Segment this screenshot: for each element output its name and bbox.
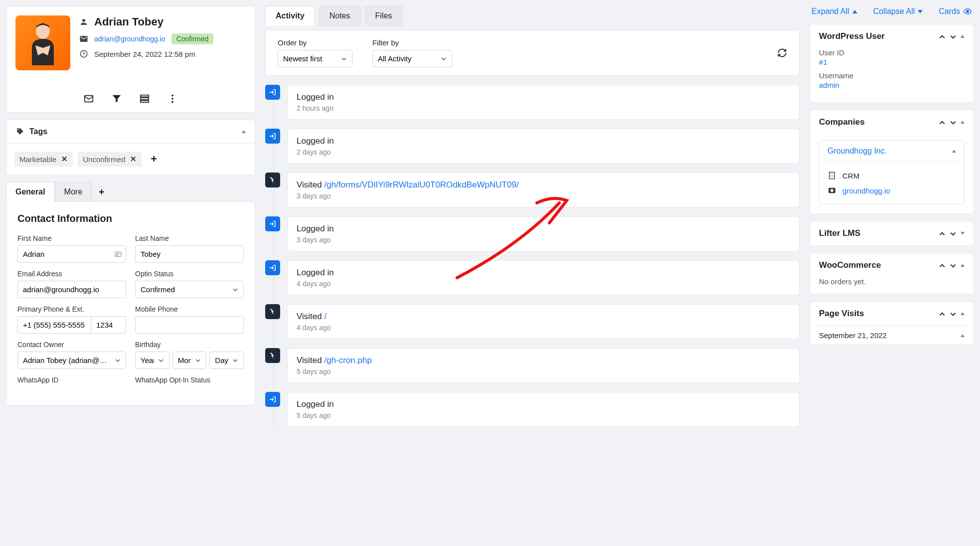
phone-ext-input[interactable] xyxy=(91,316,126,334)
collapse-toggle-icon[interactable] xyxy=(961,35,965,38)
optin-select[interactable]: Confirmed xyxy=(135,281,244,298)
chevron-down-icon[interactable] xyxy=(950,119,957,126)
whatsapp-optin-label: WhatsApp Opt-In Status xyxy=(135,376,244,384)
svg-rect-14 xyxy=(829,172,835,179)
svg-rect-4 xyxy=(141,98,149,100)
chevron-down-icon[interactable] xyxy=(950,230,957,237)
order-by-select[interactable]: Newest first xyxy=(278,50,352,67)
tag-chip: Unconfirmed ✕ xyxy=(78,152,142,167)
tags-header[interactable]: Tags xyxy=(6,120,255,144)
collapse-toggle-icon[interactable] xyxy=(961,232,965,235)
visited-link[interactable]: / xyxy=(324,312,327,321)
page-visits-panel-header[interactable]: Page Visits xyxy=(810,302,974,326)
lifter-title: Lifter LMS xyxy=(819,228,860,238)
username-link[interactable]: admin xyxy=(819,81,839,89)
timeline-item: Logged in4 days ago xyxy=(277,260,800,295)
mobile-input[interactable] xyxy=(135,316,244,334)
visited-link[interactable]: /gh-cron.php xyxy=(324,356,371,365)
last-name-label: Last Name xyxy=(135,234,244,242)
last-name-input[interactable] xyxy=(135,245,244,263)
envelope-icon[interactable] xyxy=(83,93,94,104)
collapse-toggle-icon[interactable] xyxy=(961,121,965,124)
visited-link[interactable]: /gh/forms/VDlIYi9rRWlzalU0T0ROdkdBeWpNUT… xyxy=(324,180,518,189)
tab-general[interactable]: General xyxy=(6,182,55,202)
tab-more[interactable]: More xyxy=(55,182,92,202)
login-icon xyxy=(265,129,280,144)
first-name-input[interactable] xyxy=(17,245,126,263)
timeline-title: Logged in xyxy=(297,399,790,409)
timeline-card: Visited /gh-cron.php5 days ago xyxy=(287,348,800,383)
list-icon[interactable] xyxy=(139,93,150,104)
lifter-panel-header[interactable]: Lifter LMS xyxy=(810,221,974,245)
tag-remove-icon[interactable]: ✕ xyxy=(130,155,137,164)
timeline-title: Logged in xyxy=(297,224,790,234)
optin-label: Optin Status xyxy=(135,270,244,278)
timeline-title: Logged in xyxy=(297,92,790,102)
page-visit-date: September 21, 2022 xyxy=(819,331,887,340)
chevron-down-icon[interactable] xyxy=(950,310,957,317)
birthday-day-select[interactable]: Day xyxy=(209,352,244,369)
timeline-time: 2 days ago xyxy=(297,148,790,156)
birthday-year-select[interactable]: Year xyxy=(135,352,169,369)
username-label: Username xyxy=(819,71,965,80)
company-item-header[interactable]: Groundhogg Inc. xyxy=(819,141,964,162)
chevron-down-icon[interactable] xyxy=(950,262,957,269)
contact-date: September 24, 2022 12:58 pm xyxy=(94,50,195,58)
user-id-link[interactable]: #1 xyxy=(819,58,827,66)
owner-select[interactable]: Adrian Tobey (adrian@groundhogg.io) xyxy=(17,352,126,369)
collapse-toggle-icon[interactable] xyxy=(961,312,965,315)
timeline-title: Visited / xyxy=(297,312,790,322)
tags-title: Tags xyxy=(29,127,47,136)
clock-icon xyxy=(79,49,88,58)
add-tab-button[interactable]: + xyxy=(92,186,112,198)
page-visit-date-row[interactable]: September 21, 2022 xyxy=(810,326,974,345)
expand-all-button[interactable]: Expand All xyxy=(812,7,857,16)
cards-button[interactable]: Cards xyxy=(939,7,972,16)
chevron-up-icon[interactable] xyxy=(939,230,946,237)
svg-rect-5 xyxy=(141,101,149,103)
wp-user-panel-header[interactable]: WordPress User xyxy=(810,24,974,48)
email-label: Email Address xyxy=(17,270,126,278)
contact-email[interactable]: adrian@groundhogg.io xyxy=(94,35,165,43)
refresh-icon[interactable] xyxy=(777,48,787,58)
avatar-image-icon xyxy=(23,18,63,68)
woo-empty-message: No orders yet. xyxy=(810,277,974,294)
collapse-icon xyxy=(242,130,246,133)
birthday-month-select[interactable]: Month xyxy=(172,352,207,369)
filter-by-select[interactable]: All Activity xyxy=(372,50,452,67)
timeline-card: Logged in5 days ago xyxy=(287,392,800,427)
collapse-all-button[interactable]: Collapse All xyxy=(873,7,923,16)
tab-notes[interactable]: Notes xyxy=(319,6,361,26)
funnel-icon[interactable] xyxy=(111,93,122,104)
timeline-card: Logged in3 days ago xyxy=(287,216,800,251)
birthday-label: Birthday xyxy=(135,341,244,349)
page-visits-title: Page Visits xyxy=(819,309,864,319)
chevron-up-icon[interactable] xyxy=(939,33,946,40)
company-site-link[interactable]: groundhogg.io xyxy=(842,186,890,195)
tag-remove-icon[interactable]: ✕ xyxy=(61,155,68,164)
companies-title: Companies xyxy=(819,117,865,127)
email-input[interactable] xyxy=(17,281,126,298)
browser-icon xyxy=(827,186,836,195)
chevron-down-icon[interactable] xyxy=(950,33,957,40)
whatsapp-id-label: WhatsApp ID xyxy=(17,376,126,384)
more-icon[interactable] xyxy=(167,93,178,104)
companies-panel-header[interactable]: Companies xyxy=(810,110,974,134)
timeline-item: Logged in2 hours ago xyxy=(277,85,800,120)
chevron-up-icon[interactable] xyxy=(939,310,946,317)
timeline-item: Visited /gh/forms/VDlIYi9rRWlzalU0T0ROdk… xyxy=(277,173,800,207)
woo-panel-header[interactable]: WooCommerce xyxy=(810,253,974,277)
tab-activity[interactable]: Activity xyxy=(265,6,315,26)
tab-files[interactable]: Files xyxy=(365,6,403,26)
svg-point-10 xyxy=(117,253,118,255)
phone-input[interactable] xyxy=(17,316,91,334)
add-tag-button[interactable]: + xyxy=(147,153,161,166)
collapse-toggle-icon[interactable] xyxy=(961,264,965,267)
company-name[interactable]: Groundhogg Inc. xyxy=(827,147,887,156)
chevron-up-icon[interactable] xyxy=(939,119,946,126)
chevron-up-icon[interactable] xyxy=(939,262,946,269)
timeline-item: Visited /4 days ago xyxy=(277,304,800,339)
woo-title: WooCommerce xyxy=(819,260,881,270)
svg-point-13 xyxy=(967,10,969,13)
email-icon xyxy=(79,34,88,43)
